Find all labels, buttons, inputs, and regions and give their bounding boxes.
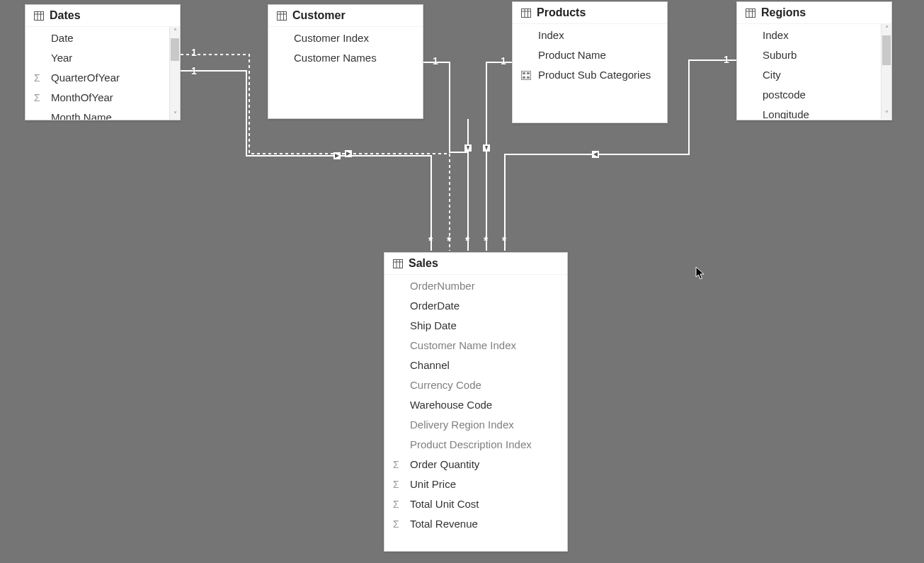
field-row[interactable]: Customer Name Index <box>384 336 567 356</box>
field-row[interactable]: Warehouse Code <box>384 395 567 415</box>
field-row[interactable]: Product Name <box>513 45 667 65</box>
field-label: Product Description Index <box>410 437 532 453</box>
field-row[interactable]: Customer Index <box>268 28 423 48</box>
field-row[interactable]: Product Sub Categories <box>513 65 667 85</box>
field-row[interactable]: Month Name <box>25 108 169 120</box>
cardinality-many: * <box>447 237 451 246</box>
field-label: Customer Names <box>294 50 377 66</box>
table-header[interactable]: Customer <box>268 5 423 27</box>
field-label: Total Revenue <box>410 516 478 532</box>
field-row[interactable]: Customer Names <box>268 48 423 68</box>
cardinality-one: 1 <box>501 55 506 67</box>
field-label: City <box>763 67 781 83</box>
table-icon <box>393 259 403 268</box>
field-row[interactable]: ΣOrder Quantity <box>384 455 567 474</box>
hierarchy-icon <box>521 67 538 83</box>
field-row[interactable]: ΣTotal Revenue <box>384 514 567 534</box>
scroll-thumb[interactable] <box>171 38 179 61</box>
field-label: Suburb <box>763 47 797 63</box>
field-label: Delivery Region Index <box>410 417 514 433</box>
field-label: Channel <box>410 358 450 373</box>
svg-rect-0 <box>35 11 44 20</box>
scroll-thumb[interactable] <box>882 35 891 65</box>
field-label: Month Name <box>51 110 112 120</box>
field-label: Customer Name Index <box>410 338 516 353</box>
sigma-icon: Σ <box>393 496 410 512</box>
field-row[interactable]: ΣQuarterOfYear <box>25 68 169 88</box>
sigma-icon: Σ <box>393 477 410 492</box>
table-title: Regions <box>761 6 806 19</box>
scroll-up-icon[interactable]: ˄ <box>882 24 891 34</box>
table-header[interactable]: Regions <box>737 2 891 24</box>
field-row[interactable]: Delivery Region Index <box>384 415 567 435</box>
field-label: Product Sub Categories <box>538 67 651 83</box>
svg-rect-14 <box>527 72 530 74</box>
field-label: Index <box>763 28 789 43</box>
field-row[interactable]: Currency Code <box>384 375 567 395</box>
svg-rect-13 <box>523 72 525 74</box>
sigma-icon: Σ <box>34 90 51 106</box>
field-label: Unit Price <box>410 477 456 492</box>
field-row[interactable]: Index <box>737 25 880 45</box>
field-label: Total Unit Cost <box>410 496 479 512</box>
scroll-down-icon[interactable]: ˅ <box>170 110 180 120</box>
table-icon <box>34 11 44 21</box>
scrollbar[interactable]: ˄ ˅ <box>169 27 180 120</box>
svg-rect-21 <box>394 259 403 268</box>
table-sales[interactable]: Sales OrderNumberOrderDateShip DateCusto… <box>384 252 568 552</box>
cardinality-one: 1 <box>191 47 197 58</box>
table-title: Sales <box>409 257 438 270</box>
table-header[interactable]: Dates <box>25 5 180 27</box>
svg-rect-17 <box>746 8 755 17</box>
field-label: OrderDate <box>410 298 460 314</box>
svg-rect-15 <box>523 76 525 79</box>
table-dates[interactable]: Dates DateYearΣQuarterOfYearΣMonthOfYear… <box>25 4 181 120</box>
table-title: Dates <box>50 9 81 22</box>
field-label: Ship Date <box>410 318 457 334</box>
field-label: OrderNumber <box>410 278 475 294</box>
filter-direction-icon <box>333 152 341 159</box>
table-title: Products <box>537 6 586 19</box>
field-row[interactable]: OrderDate <box>384 296 567 316</box>
field-row[interactable]: ΣMonthOfYear <box>25 88 169 108</box>
cardinality-one: 1 <box>724 54 729 65</box>
field-label: Currency Code <box>410 377 481 393</box>
field-row[interactable]: ΣTotal Unit Cost <box>384 494 567 514</box>
field-label: Date <box>51 30 74 46</box>
field-row[interactable]: Date <box>25 28 169 48</box>
field-row[interactable]: Ship Date <box>384 316 567 336</box>
field-label: Longitude <box>763 107 809 119</box>
field-row[interactable]: OrderNumber <box>384 276 567 296</box>
field-label: postcode <box>763 87 806 103</box>
table-regions[interactable]: Regions IndexSuburbCitypostcodeLongitude… <box>736 1 892 120</box>
field-row[interactable]: Longitude <box>737 105 880 119</box>
svg-rect-4 <box>278 11 287 20</box>
svg-rect-8 <box>522 8 531 17</box>
table-header[interactable]: Sales <box>384 253 567 275</box>
sigma-icon: Σ <box>34 70 51 86</box>
table-products[interactable]: Products IndexProduct NameProduct Sub Ca… <box>512 1 668 123</box>
field-row[interactable]: Suburb <box>737 45 880 65</box>
field-label: Index <box>538 28 564 43</box>
scroll-down-icon[interactable]: ˅ <box>882 109 891 119</box>
mouse-cursor <box>695 266 706 280</box>
table-customer[interactable]: Customer Customer IndexCustomer Names <box>268 4 423 119</box>
cardinality-many: * <box>502 237 506 246</box>
field-row[interactable]: Product Description Index <box>384 435 567 455</box>
field-label: Year <box>51 50 72 66</box>
field-row[interactable]: Index <box>513 25 667 45</box>
filter-direction-icon <box>483 144 490 152</box>
table-icon <box>277 11 287 21</box>
field-row[interactable]: Channel <box>384 356 567 375</box>
table-header[interactable]: Products <box>513 2 667 24</box>
scrollbar[interactable]: ˄ ˅ <box>881 24 891 119</box>
field-row[interactable]: City <box>737 65 880 85</box>
scroll-up-icon[interactable]: ˄ <box>170 27 180 37</box>
filter-direction-icon <box>464 144 472 152</box>
field-row[interactable]: postcode <box>737 85 880 105</box>
field-label: QuarterOfYear <box>51 70 120 86</box>
field-row[interactable]: Year <box>25 48 169 68</box>
field-row[interactable]: ΣUnit Price <box>384 474 567 494</box>
table-icon <box>746 8 755 18</box>
filter-direction-icon <box>345 150 352 157</box>
